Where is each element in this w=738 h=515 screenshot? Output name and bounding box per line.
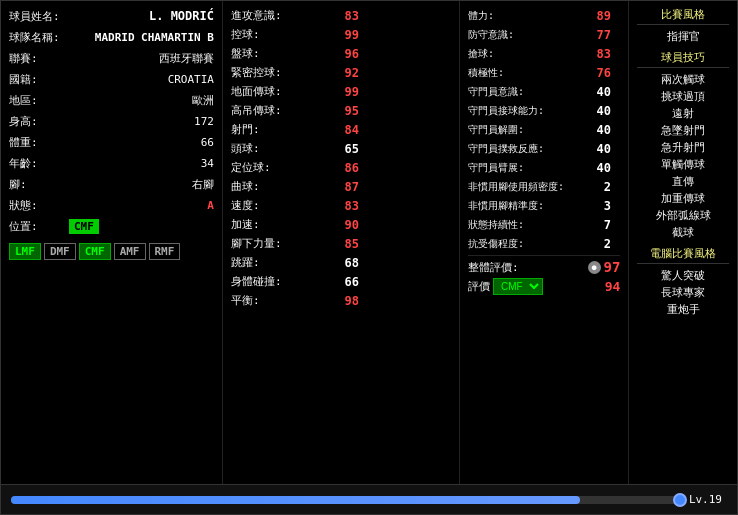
stat-row: 速度:83 bbox=[231, 197, 451, 214]
overall-icon: ● 97 bbox=[588, 259, 621, 275]
right-stat-value: 40 bbox=[583, 104, 611, 118]
right-stat-value: 83 bbox=[583, 47, 611, 61]
left-panel: 球員姓名: L. MODRIĆ 球隊名稱: MADRID CHAMARTIN B… bbox=[1, 1, 223, 484]
player-name-row: 球員姓名: L. MODRIĆ bbox=[9, 7, 214, 25]
cpu-style-item: 驚人突破 bbox=[637, 268, 729, 283]
right-stat-value: 7 bbox=[583, 218, 611, 232]
region-value: 歐洲 bbox=[192, 93, 214, 108]
stat-label: 控球: bbox=[231, 27, 331, 42]
stat-label: 射門: bbox=[231, 122, 331, 137]
skill-item: 外部弧線球 bbox=[637, 208, 729, 223]
eligible-positions: LMF DMF CMF AMF RMF bbox=[9, 243, 214, 260]
far-right-panel: 比賽風格 指揮官 球員技巧 兩次觸球挑球過頂遠射急墜射門急升射門單觸傳球直傳加重… bbox=[629, 1, 737, 484]
right-stat-label: 守門員意識: bbox=[468, 85, 583, 99]
skill-item: 急墜射門 bbox=[637, 123, 729, 138]
stat-value: 83 bbox=[331, 9, 359, 23]
nationality-value: CROATIA bbox=[168, 73, 214, 86]
age-value: 34 bbox=[201, 157, 214, 170]
team-name-label: 球隊名稱: bbox=[9, 30, 69, 45]
player-name-value: L. MODRIĆ bbox=[149, 9, 214, 23]
cpu-style-item: 重炮手 bbox=[637, 302, 729, 317]
stat-value: 86 bbox=[331, 161, 359, 175]
progress-track[interactable] bbox=[11, 496, 681, 504]
right-stat-row: 守門員臂展:40 bbox=[468, 159, 620, 176]
right-stat-value: 2 bbox=[583, 237, 611, 251]
skill-item: 兩次觸球 bbox=[637, 72, 729, 87]
stat-value: 92 bbox=[331, 66, 359, 80]
foot-value: 右腳 bbox=[192, 177, 214, 192]
stat-row: 定位球:86 bbox=[231, 159, 451, 176]
pos-cmf: CMF bbox=[79, 243, 111, 260]
position-row: 位置: CMF bbox=[9, 217, 214, 235]
stat-row: 加速:90 bbox=[231, 216, 451, 233]
condition-label: 狀態: bbox=[9, 198, 69, 213]
stat-label: 平衡: bbox=[231, 293, 331, 308]
stat-value: 68 bbox=[331, 256, 359, 270]
right-stats-panel: 體力:89防守意識:77搶球:83積極性:76守門員意識:40守門員接球能力:4… bbox=[460, 1, 629, 484]
skill-item: 截球 bbox=[637, 225, 729, 240]
right-stat-label: 非慣用腳精準度: bbox=[468, 199, 583, 213]
right-stat-label: 守門員撲救反應: bbox=[468, 142, 583, 156]
skill-item: 直傳 bbox=[637, 174, 729, 189]
skills-list: 兩次觸球挑球過頂遠射急墜射門急升射門單觸傳球直傳加重傳球外部弧線球截球 bbox=[637, 72, 729, 240]
right-stat-value: 89 bbox=[583, 9, 611, 23]
overall-label: 整體評價: bbox=[468, 260, 519, 275]
skill-item: 急升射門 bbox=[637, 140, 729, 155]
stat-value: 65 bbox=[331, 142, 359, 156]
stat-row: 身體碰撞:66 bbox=[231, 273, 451, 290]
skill-item: 遠射 bbox=[637, 106, 729, 121]
cpu-style-title: 電腦比賽風格 bbox=[637, 246, 729, 264]
stat-label: 身體碰撞: bbox=[231, 274, 331, 289]
stat-row: 緊密控球:92 bbox=[231, 64, 451, 81]
match-style-title: 比賽風格 bbox=[637, 7, 729, 25]
right-stat-value: 3 bbox=[583, 199, 611, 213]
cpu-style-item: 長球專家 bbox=[637, 285, 729, 300]
stat-label: 加速: bbox=[231, 217, 331, 232]
stat-value: 96 bbox=[331, 47, 359, 61]
age-row: 年齡: 34 bbox=[9, 154, 214, 172]
eval-position-dropdown[interactable]: CMF bbox=[493, 278, 543, 295]
weight-row: 體重: 66 bbox=[9, 133, 214, 151]
overall-icon-circle: ● bbox=[588, 261, 601, 274]
progress-fill bbox=[11, 496, 580, 504]
position-badge: CMF bbox=[69, 219, 99, 234]
right-stat-label: 狀態持續性: bbox=[468, 218, 583, 232]
right-stat-row: 體力:89 bbox=[468, 7, 620, 24]
region-label: 地區: bbox=[9, 93, 69, 108]
region-row: 地區: 歐洲 bbox=[9, 91, 214, 109]
progress-thumb bbox=[673, 493, 687, 507]
eval-row: 評價 CMF 94 bbox=[468, 278, 620, 295]
right-stat-row: 守門員解圍:40 bbox=[468, 121, 620, 138]
overall-row: 整體評價: ● 97 bbox=[468, 259, 620, 275]
right-stat-row: 守門員接球能力:40 bbox=[468, 102, 620, 119]
cpu-styles-list: 驚人突破長球專家重炮手 bbox=[637, 268, 729, 317]
right-stat-row: 抗受傷程度:2 bbox=[468, 235, 620, 252]
stat-row: 腳下力量:85 bbox=[231, 235, 451, 252]
stat-row: 頭球:65 bbox=[231, 140, 451, 157]
stat-value: 98 bbox=[331, 294, 359, 308]
stat-value: 99 bbox=[331, 85, 359, 99]
right-stats: 體力:89防守意識:77搶球:83積極性:76守門員意識:40守門員接球能力:4… bbox=[468, 7, 620, 252]
content-area: 球員姓名: L. MODRIĆ 球隊名稱: MADRID CHAMARTIN B… bbox=[1, 1, 737, 484]
stat-label: 定位球: bbox=[231, 160, 331, 175]
right-stat-row: 積極性:76 bbox=[468, 64, 620, 81]
stat-row: 平衡:98 bbox=[231, 292, 451, 309]
right-stat-row: 非慣用腳精準度:3 bbox=[468, 197, 620, 214]
middle-panel: 進攻意識:83控球:99盤球:96緊密控球:92地面傳球:99高吊傳球:95射門… bbox=[223, 1, 460, 484]
stat-value: 95 bbox=[331, 104, 359, 118]
right-stat-label: 守門員接球能力: bbox=[468, 104, 583, 118]
pos-amf: AMF bbox=[114, 243, 146, 260]
stat-row: 射門:84 bbox=[231, 121, 451, 138]
league-label: 聯賽: bbox=[9, 51, 69, 66]
right-stat-value: 40 bbox=[583, 142, 611, 156]
skill-item: 單觸傳球 bbox=[637, 157, 729, 172]
stat-value: 90 bbox=[331, 218, 359, 232]
stat-label: 曲球: bbox=[231, 179, 331, 194]
right-stat-row: 防守意識:77 bbox=[468, 26, 620, 43]
right-stat-value: 40 bbox=[583, 123, 611, 137]
pos-rmf: RMF bbox=[149, 243, 181, 260]
league-row: 聯賽: 西班牙聯賽 bbox=[9, 49, 214, 67]
eval-value: 94 bbox=[605, 279, 621, 294]
weight-value: 66 bbox=[201, 136, 214, 149]
stat-value: 83 bbox=[331, 199, 359, 213]
